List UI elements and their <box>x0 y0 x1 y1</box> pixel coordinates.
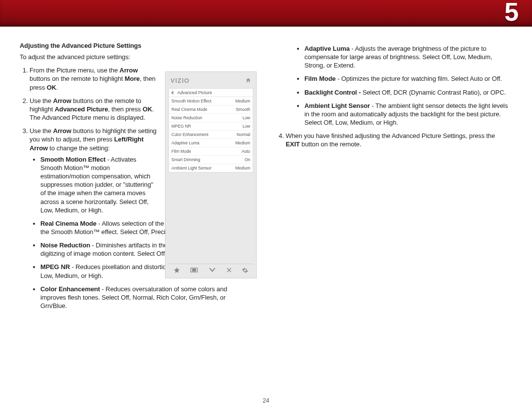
chapter-header-bar: 5 <box>0 0 532 27</box>
osd-row-label: Real Cinema Mode <box>171 107 207 112</box>
osd-row: Ambient Light SensorMedium <box>169 164 253 172</box>
osd-footer <box>168 264 253 275</box>
bullet-ambient-light: Ambient Light Sensor - The ambient light… <box>304 102 512 127</box>
osd-title-row: Advanced Picture <box>169 89 253 97</box>
osd-row-label: Noise Reduction <box>171 115 202 120</box>
text-run: Film Mode <box>304 75 335 82</box>
text-run: Arrow <box>120 67 138 74</box>
bullet-smooth-motion: Smooth Motion Effect - Activates Smooth … <box>40 155 154 214</box>
osd-row-value: On <box>245 157 250 162</box>
osd-row-value: Medium <box>235 166 250 171</box>
osd-row-value: Normal <box>237 132 250 137</box>
osd-row-value: Auto <box>242 149 251 154</box>
osd-row: Color EnhancementNormal <box>169 131 253 139</box>
text-run: Use the <box>30 97 53 104</box>
osd-rows: Smooth Motion EffectMediumReal Cinema Mo… <box>169 97 253 172</box>
osd-row: Film ModeAuto <box>169 147 253 156</box>
osd-row-label: Film Mode <box>171 149 191 154</box>
text-run: Backlight Control - <box>304 89 363 96</box>
osd-menu-mock: VIZIO Advanced Picture Smooth Motion Eff… <box>165 71 257 278</box>
osd-row-value: Low <box>242 115 250 120</box>
text-run: buttons on the remote to highlight <box>30 75 125 82</box>
text-run: Arrow <box>53 127 71 135</box>
text-run: From the Picture menu, use the <box>30 67 120 74</box>
page-number: 24 <box>0 397 532 404</box>
text-run: Real Cinema Mode <box>40 220 97 227</box>
osd-row: Adaptive LumaMedium <box>169 139 253 147</box>
osd-brand: VIZIO <box>170 77 190 84</box>
text-run: - Activates Smooth Motion™ motion estima… <box>40 156 153 214</box>
step-2: Use the Arrow buttons on the remote to h… <box>30 97 158 122</box>
procedure-steps-continued: When you have finished adjusting the Adv… <box>276 132 512 148</box>
osd-spacer <box>168 172 253 264</box>
text-run: Adaptive Luma <box>304 45 350 52</box>
osd-row-label: Smart Dimming <box>171 157 200 162</box>
text-run: EXIT <box>286 140 300 148</box>
text-run: Arrow <box>53 97 71 104</box>
text-run: Noise Reduction <box>40 241 90 249</box>
osd-row-label: Adaptive Luma <box>171 140 200 145</box>
intro-text: To adjust the advanced picture settings: <box>20 53 256 61</box>
x-icon <box>226 267 232 273</box>
text-run: to change the setting: <box>48 144 110 152</box>
text-run: More <box>125 75 140 82</box>
text-run: , then press <box>108 105 142 113</box>
osd-row-value: Low <box>242 124 250 129</box>
star-icon <box>173 267 180 274</box>
wide-icon <box>190 267 198 273</box>
text-run: Color Enhancement <box>40 285 100 293</box>
text-run: - Optimizes the picture for watching fil… <box>335 75 501 82</box>
osd-row-label: Color Enhancement <box>171 132 208 137</box>
text-run: Ambient Light Sensor <box>304 102 370 109</box>
text-run: MPEG NR <box>40 263 70 271</box>
text-run: Advanced Picture <box>55 105 108 113</box>
osd-row-value: Medium <box>235 99 250 103</box>
settings-bullets-right: Adaptive Luma - Adjusts the average brig… <box>276 44 512 127</box>
osd-row-label: Smooth Motion Effect <box>171 99 211 103</box>
gear-icon <box>242 267 248 274</box>
v-icon <box>208 267 216 273</box>
back-triangle-icon <box>171 91 173 95</box>
right-column: Adaptive Luma - Adjusts the average brig… <box>276 41 512 315</box>
osd-row: Real Cinema ModeSmooth <box>169 105 253 114</box>
osd-title: Advanced Picture <box>177 90 212 95</box>
osd-row-value: Smooth <box>236 107 250 112</box>
bullet-adaptive-luma: Adaptive Luma - Adjusts the average brig… <box>304 44 512 69</box>
osd-row-value: Medium <box>235 140 250 145</box>
text-run: Smooth Motion Effect <box>40 156 105 163</box>
page-body: Adjusting the Advanced Picture Settings … <box>0 27 532 320</box>
text-run: OK <box>143 105 152 113</box>
section-heading: Adjusting the Advanced Picture Settings <box>20 41 256 50</box>
bullet-color-enhancement: Color Enhancement - Reduces oversaturati… <box>40 285 251 310</box>
text-run: button on the remote. <box>300 140 362 148</box>
osd-row-label: MPEG NR <box>171 124 191 129</box>
text-run: Select Off, DCR (Dynamic Contrast Ratio)… <box>363 89 506 96</box>
chapter-number: 5 <box>504 0 519 27</box>
text-run: OK <box>47 84 56 91</box>
osd-row: Smart DimmingOn <box>169 156 253 164</box>
svg-rect-1 <box>193 269 196 271</box>
step-1: From the Picture menu, use the Arrow but… <box>30 66 158 91</box>
text-run: When you have finished adjusting the Adv… <box>286 132 495 139</box>
bullet-backlight-control: Backlight Control - Select Off, DCR (Dyn… <box>304 88 512 97</box>
osd-header: VIZIO <box>168 75 253 88</box>
osd-row: Smooth Motion EffectMedium <box>169 97 253 105</box>
osd-row-label: Ambient Light Sensor <box>171 166 211 171</box>
bullet-film-mode: Film Mode - Optimizes the picture for wa… <box>304 74 512 83</box>
osd-row: Noise ReductionLow <box>169 114 253 122</box>
osd-panel: Advanced Picture Smooth Motion EffectMed… <box>168 88 253 172</box>
step-4: When you have finished adjusting the Adv… <box>286 132 512 148</box>
home-icon <box>245 77 251 84</box>
osd-row: MPEG NRLow <box>169 122 253 131</box>
text-run: Use the <box>30 127 53 135</box>
text-run: . <box>56 84 58 91</box>
